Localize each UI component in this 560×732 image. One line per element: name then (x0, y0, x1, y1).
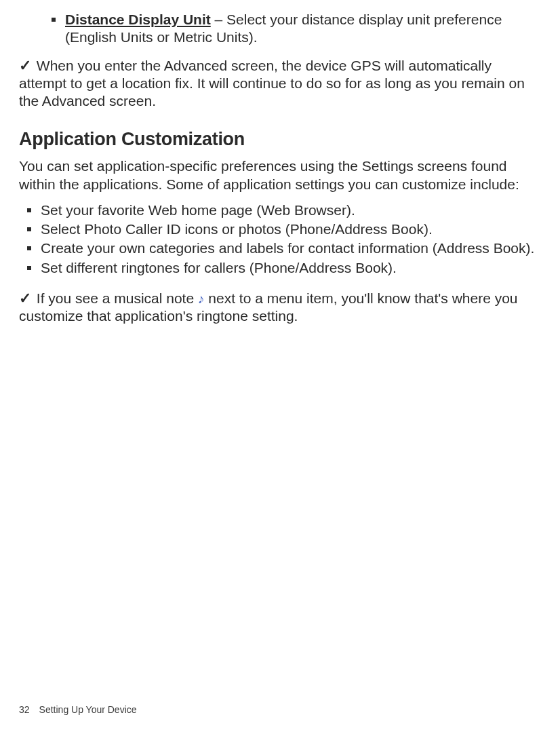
distance-display-unit-item: Distance Display Unit – Select your dist… (52, 11, 541, 47)
list-item: Set different ringtones for callers (Pho… (27, 259, 541, 277)
item-title: Distance Display Unit (65, 12, 211, 27)
check-icon: ✓ (19, 57, 31, 74)
nested-bullet-list: Distance Display Unit – Select your dist… (19, 11, 541, 47)
intro-paragraph: You can set application-specific prefere… (19, 157, 541, 193)
gps-tip-text: When you enter the Advanced screen, the … (19, 58, 525, 109)
ringtone-tip-text-a: If you see a musical note (33, 290, 198, 306)
ringtone-tip-paragraph: ✓ If you see a musical note ♪ next to a … (19, 289, 541, 326)
gps-tip-paragraph: ✓ When you enter the Advanced screen, th… (19, 56, 541, 111)
page-number: 32 (19, 704, 30, 715)
list-item: Create your own categories and labels fo… (27, 239, 541, 257)
footer-section: Setting Up Your Device (39, 704, 137, 715)
section-heading: Application Customization (19, 128, 541, 151)
list-item: Select Photo Caller ID icons or photos (… (27, 220, 541, 238)
check-icon: ✓ (19, 290, 31, 307)
customization-list: Set your favorite Web home page (Web Bro… (19, 201, 541, 277)
list-item: Set your favorite Web home page (Web Bro… (27, 201, 541, 219)
page-footer: 32Setting Up Your Device (19, 704, 137, 716)
